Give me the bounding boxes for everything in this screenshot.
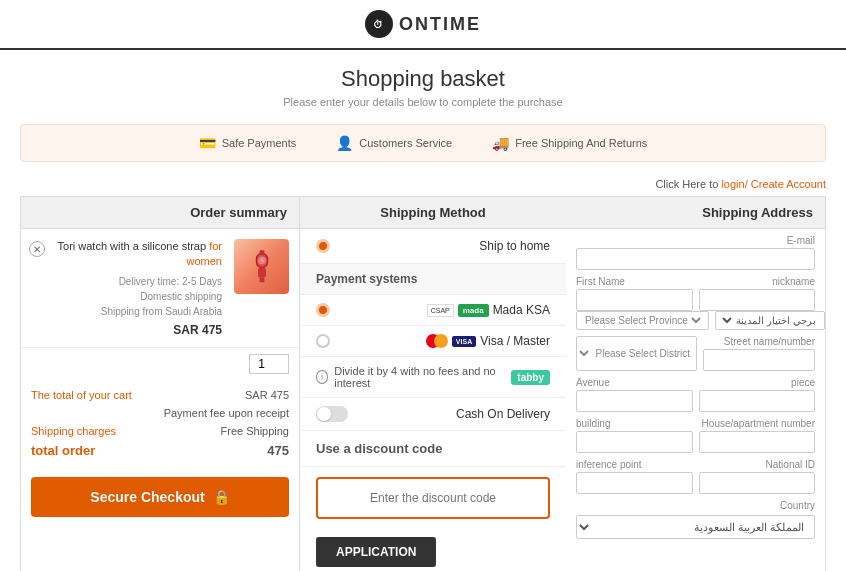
free-shipping-label: Free Shipping And Returns xyxy=(515,137,647,149)
summary-row-shipping: Shipping charges Free Shipping xyxy=(31,422,289,440)
mada-radio[interactable] xyxy=(316,303,330,317)
logo-text: ONTIME xyxy=(399,14,481,35)
visa-label: Visa / Master xyxy=(480,334,550,348)
summary-row-payment-fee: Payment fee upon receipt xyxy=(31,404,289,422)
remove-product-button[interactable]: ✕ xyxy=(29,241,45,257)
discount-box xyxy=(316,477,550,519)
watch-svg xyxy=(242,247,282,287)
national-inference-row: inference point National ID xyxy=(576,459,815,494)
visa-radio[interactable] xyxy=(316,334,330,348)
tabby-text: Divide it by 4 with no fees and no inter… xyxy=(334,365,505,389)
house-label: House/apartment number xyxy=(699,418,816,429)
quantity-input[interactable] xyxy=(249,354,289,374)
info-customers-service: 👤 Customers Service xyxy=(336,135,452,151)
svg-rect-2 xyxy=(259,250,264,255)
info-free-shipping: 🚚 Free Shipping And Returns xyxy=(492,135,647,151)
visa-logos: VISA Visa / Master xyxy=(426,334,550,348)
visa-payment-option[interactable]: VISA Visa / Master xyxy=(300,326,566,357)
nickname-label: nickname xyxy=(699,276,816,287)
email-input[interactable] xyxy=(576,248,815,270)
product-name-link[interactable]: for women xyxy=(187,240,222,267)
visa-logo: VISA xyxy=(452,336,476,347)
first-name-label: First Name xyxy=(576,276,693,287)
city-select-wrap[interactable]: برجي اختيار المدينة xyxy=(715,311,825,330)
order-total-value: total order xyxy=(31,443,95,458)
svg-rect-3 xyxy=(259,277,264,282)
total-value: The total of your cart xyxy=(31,389,132,401)
address-form: E-mail First Name nickname Please Sel xyxy=(566,229,825,545)
summary-row-total: The total of your cart SAR 475 xyxy=(31,386,289,404)
safe-payments-label: Safe Payments xyxy=(222,137,297,149)
province-select-wrap[interactable]: Please Select Province xyxy=(576,311,709,330)
safe-payments-icon: 💳 xyxy=(199,135,216,151)
customers-service-label: Customers Service xyxy=(359,137,452,149)
mada-label: Mada KSA xyxy=(493,303,550,317)
house-input[interactable] xyxy=(699,431,816,453)
piece-input[interactable] xyxy=(699,390,816,412)
mada-logo: mada xyxy=(458,304,489,317)
country-label: Country xyxy=(576,500,815,511)
district-select[interactable]: Please Select District xyxy=(577,343,696,364)
name-fields-row: First Name nickname xyxy=(576,276,815,311)
order-summary-header: Order summary xyxy=(21,197,299,229)
info-bar: 💳 Safe Payments 👤 Customers Service 🚚 Fr… xyxy=(20,124,826,162)
ship-to-home-radio[interactable] xyxy=(316,239,330,253)
qty-row xyxy=(21,348,299,380)
house-wrap: House/apartment number xyxy=(699,418,816,453)
building-input[interactable] xyxy=(576,431,693,453)
province-select[interactable]: Please Select Province xyxy=(581,314,704,327)
application-button[interactable]: APPLICATION xyxy=(316,537,436,567)
cod-toggle[interactable] xyxy=(316,406,348,422)
product-name: Tori watch with a silicone strap for wom… xyxy=(31,239,222,270)
inference-input[interactable] xyxy=(576,472,693,494)
street-wrap: Street name/number xyxy=(703,336,815,371)
checkout-btn-label: Secure Checkout xyxy=(90,489,204,505)
ship-to-home-label: Ship to home xyxy=(479,239,550,253)
shipping-method-header: Shipping Method xyxy=(300,197,566,229)
secure-checkout-button[interactable]: Secure Checkout 🔒 xyxy=(31,477,289,517)
shipping-charges-label: Free Shipping xyxy=(221,425,290,437)
info-circle-icon: i xyxy=(316,370,328,384)
lock-icon: 🔒 xyxy=(213,489,230,505)
logo-icon: ⏱ xyxy=(365,10,393,38)
csap-logo: CSAP xyxy=(427,304,454,317)
page-subtitle: Please enter your details below to compl… xyxy=(0,96,846,108)
product-info: Tori watch with a silicone strap for wom… xyxy=(31,239,226,337)
city-select[interactable]: برجي اختيار المدينة xyxy=(720,314,820,327)
district-select-wrap[interactable]: Please Select District xyxy=(576,336,697,371)
country-wrap: Country المملكة العربية السعودية xyxy=(576,500,815,539)
login-link[interactable]: login/ Create Account xyxy=(721,178,826,190)
mada-payment-option[interactable]: CSAP mada Mada KSA xyxy=(300,295,566,326)
street-input[interactable] xyxy=(703,349,815,371)
info-safe-payments: 💳 Safe Payments xyxy=(199,135,297,151)
avenue-input[interactable] xyxy=(576,390,693,412)
page-title-area: Shopping basket Please enter your detail… xyxy=(0,50,846,114)
shipping-address-panel: Shipping Address E-mail First Name nickn… xyxy=(566,196,826,571)
first-name-input[interactable] xyxy=(576,289,693,311)
product-image xyxy=(234,239,289,294)
summary-rows: The total of your cart SAR 475 Payment f… xyxy=(21,380,299,467)
cod-row: Cash On Delivery xyxy=(300,398,566,431)
country-select[interactable]: المملكة العربية السعودية xyxy=(577,516,814,538)
nickname-input[interactable] xyxy=(699,289,816,311)
mastercard-logo xyxy=(426,334,448,348)
customers-service-icon: 👤 xyxy=(336,135,353,151)
ship-to-home-option[interactable]: Ship to home xyxy=(300,229,566,264)
cod-label: Cash On Delivery xyxy=(456,407,550,421)
nickname-wrap: First Name xyxy=(576,276,693,311)
mada-logos: CSAP mada Mada KSA xyxy=(427,303,550,317)
country-select-row[interactable]: المملكة العربية السعودية xyxy=(576,515,815,539)
discount-input[interactable] xyxy=(326,487,540,509)
national-id-input[interactable] xyxy=(699,472,816,494)
logo: ⏱ ONTIME xyxy=(365,10,481,38)
header: ⏱ ONTIME xyxy=(0,0,846,50)
total-label: SAR 475 xyxy=(245,389,289,401)
summary-row-order-total: total order 475 xyxy=(31,440,289,461)
national-id-wrap: National ID xyxy=(699,459,816,494)
page-title: Shopping basket xyxy=(0,66,846,92)
discount-header: Use a discount code xyxy=(300,431,566,467)
login-text: Click Here to xyxy=(655,178,721,190)
payment-systems-header: Payment systems xyxy=(300,264,566,295)
email-field-row: E-mail xyxy=(576,235,815,270)
shipping-charges-value: Shipping charges xyxy=(31,425,116,437)
